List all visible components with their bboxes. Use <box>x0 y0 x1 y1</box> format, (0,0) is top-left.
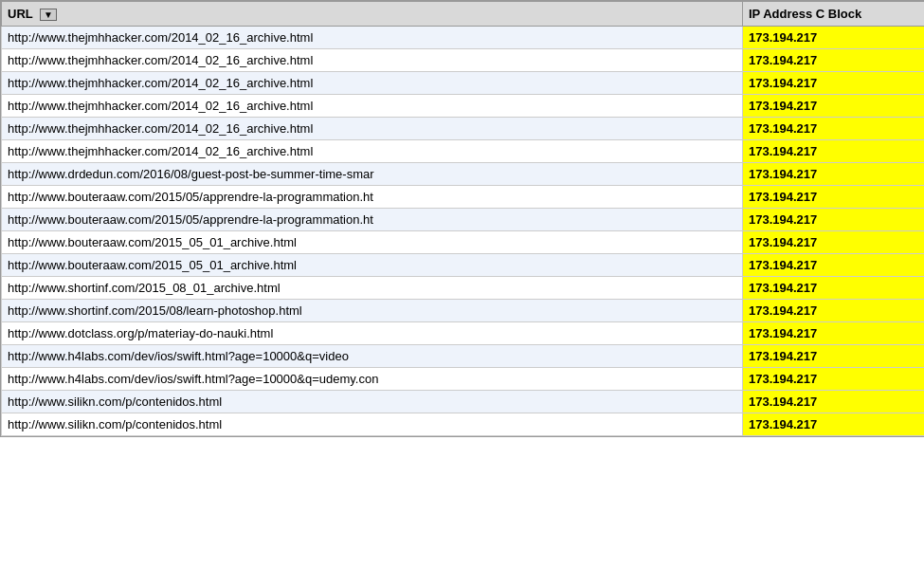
ip-cell: 173.194.217 <box>743 254 925 277</box>
table-row: http://www.thejmhhacker.com/2014_02_16_a… <box>2 49 925 72</box>
url-cell: http://www.thejmhhacker.com/2014_02_16_a… <box>2 95 743 118</box>
url-column-header[interactable]: URL ▼ <box>2 2 743 27</box>
url-cell: http://www.h4labs.com/dev/ios/swift.html… <box>2 345 743 368</box>
sort-icon[interactable]: ▼ <box>40 9 57 21</box>
table-row: http://www.bouteraaw.com/2015/05/apprend… <box>2 186 925 209</box>
url-cell: http://www.shortinf.com/2015_08_01_archi… <box>2 277 743 300</box>
ip-cell: 173.194.217 <box>743 186 925 209</box>
table-row: http://www.drdedun.com/2016/08/guest-pos… <box>2 163 925 186</box>
ip-cell: 173.194.217 <box>743 391 925 413</box>
ip-cell: 173.194.217 <box>743 277 925 300</box>
ip-cell: 173.194.217 <box>743 118 925 140</box>
url-cell: http://www.thejmhhacker.com/2014_02_16_a… <box>2 27 743 49</box>
url-header-label: URL <box>8 7 32 21</box>
ip-cell: 173.194.217 <box>743 322 925 345</box>
ip-cell: 173.194.217 <box>743 95 925 118</box>
ip-cell: 173.194.217 <box>743 140 925 163</box>
ip-header-label: IP Address C Block <box>749 7 861 21</box>
url-cell: http://www.bouteraaw.com/2015/05/apprend… <box>2 209 743 231</box>
table-body: http://www.thejmhhacker.com/2014_02_16_a… <box>2 27 925 436</box>
ip-cell: 173.194.217 <box>743 231 925 254</box>
table-row: http://www.h4labs.com/dev/ios/swift.html… <box>2 345 925 368</box>
ip-cell: 173.194.217 <box>743 163 925 186</box>
url-cell: http://www.bouteraaw.com/2015_05_01_arch… <box>2 254 743 277</box>
url-cell: http://www.thejmhhacker.com/2014_02_16_a… <box>2 72 743 95</box>
ip-cell: 173.194.217 <box>743 300 925 322</box>
ip-cell: 173.194.217 <box>743 49 925 72</box>
url-cell: http://www.h4labs.com/dev/ios/swift.html… <box>2 368 743 391</box>
url-cell: http://www.bouteraaw.com/2015/05/apprend… <box>2 186 743 209</box>
ip-column-header[interactable]: IP Address C Block <box>743 2 925 27</box>
url-cell: http://www.thejmhhacker.com/2014_02_16_a… <box>2 118 743 140</box>
url-cell: http://www.thejmhhacker.com/2014_02_16_a… <box>2 49 743 72</box>
data-table: URL ▼ IP Address C Block http://www.thej… <box>1 1 924 436</box>
table-row: http://www.shortinf.com/2015_08_01_archi… <box>2 277 925 300</box>
table-row: http://www.dotclass.org/p/materiay-do-na… <box>2 322 925 345</box>
ip-cell: 173.194.217 <box>743 209 925 231</box>
table-row: http://www.thejmhhacker.com/2014_02_16_a… <box>2 72 925 95</box>
url-cell: http://www.silikn.com/p/contenidos.html <box>2 391 743 413</box>
url-cell: http://www.drdedun.com/2016/08/guest-pos… <box>2 163 743 186</box>
table-header-row: URL ▼ IP Address C Block <box>2 2 925 27</box>
ip-cell: 173.194.217 <box>743 368 925 391</box>
table-row: http://www.bouteraaw.com/2015/05/apprend… <box>2 209 925 231</box>
url-cell: http://www.shortinf.com/2015/08/learn-ph… <box>2 300 743 322</box>
url-cell: http://www.dotclass.org/p/materiay-do-na… <box>2 322 743 345</box>
table-row: http://www.silikn.com/p/contenidos.html1… <box>2 391 925 413</box>
table-row: http://www.bouteraaw.com/2015_05_01_arch… <box>2 231 925 254</box>
table-row: http://www.thejmhhacker.com/2014_02_16_a… <box>2 27 925 49</box>
table-row: http://www.thejmhhacker.com/2014_02_16_a… <box>2 95 925 118</box>
main-table-container: URL ▼ IP Address C Block http://www.thej… <box>0 0 924 437</box>
url-cell: http://www.bouteraaw.com/2015_05_01_arch… <box>2 231 743 254</box>
ip-cell: 173.194.217 <box>743 413 925 436</box>
ip-cell: 173.194.217 <box>743 345 925 368</box>
table-row: http://www.thejmhhacker.com/2014_02_16_a… <box>2 118 925 140</box>
table-row: http://www.h4labs.com/dev/ios/swift.html… <box>2 368 925 391</box>
url-cell: http://www.silikn.com/p/contenidos.html <box>2 413 743 436</box>
table-row: http://www.silikn.com/p/contenidos.html1… <box>2 413 925 436</box>
url-cell: http://www.thejmhhacker.com/2014_02_16_a… <box>2 140 743 163</box>
table-row: http://www.thejmhhacker.com/2014_02_16_a… <box>2 140 925 163</box>
ip-cell: 173.194.217 <box>743 72 925 95</box>
table-row: http://www.shortinf.com/2015/08/learn-ph… <box>2 300 925 322</box>
table-row: http://www.bouteraaw.com/2015_05_01_arch… <box>2 254 925 277</box>
ip-cell: 173.194.217 <box>743 27 925 49</box>
